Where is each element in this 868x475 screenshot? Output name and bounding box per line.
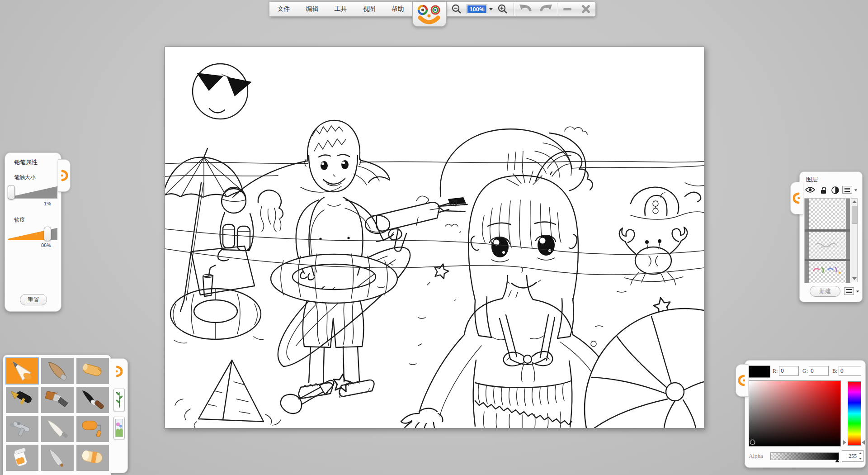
layer-menu-button[interactable]	[842, 186, 852, 194]
sand-pyramid-drawing	[175, 360, 281, 428]
hue-marker-right-icon[interactable]	[862, 440, 865, 445]
close-button[interactable]	[577, 2, 595, 16]
softness-value: 86%	[41, 242, 51, 248]
picture-thumbnail-icon	[115, 419, 123, 437]
menu-help[interactable]: 帮助	[383, 2, 412, 16]
minimize-button[interactable]	[559, 2, 576, 16]
spin-up-icon[interactable]	[859, 452, 862, 454]
panel-handle-icon	[60, 169, 68, 182]
zoom-level-combo[interactable]: 100%	[467, 2, 493, 16]
brush-toolbox-panel	[3, 355, 111, 475]
hue-bar[interactable]	[848, 381, 861, 446]
clown-logo-icon[interactable]	[413, 3, 445, 26]
menu-tools[interactable]: 工具	[326, 2, 355, 16]
brush-size-handle[interactable]	[8, 185, 15, 200]
redo-button[interactable]	[536, 2, 556, 16]
tool-airbrush[interactable]	[6, 416, 38, 442]
layer-visibility-button[interactable]	[805, 186, 815, 195]
pencil-tool-icon	[8, 360, 37, 382]
plant-sketch-icon	[116, 391, 123, 409]
b-label: B:	[832, 368, 837, 375]
tool-paint-jar[interactable]	[6, 445, 38, 471]
reset-button[interactable]: 重置	[20, 294, 47, 305]
layers-bottom-menu-caret-icon[interactable]	[856, 291, 859, 293]
panel-handle-icon	[115, 365, 123, 378]
brush-size-slider[interactable]	[8, 185, 57, 199]
layers-panel-title: 图层	[806, 176, 818, 184]
alpha-spinner[interactable]	[842, 450, 863, 462]
airbrush-tool-icon	[8, 418, 37, 440]
tool-grid	[6, 358, 109, 471]
scrollbar-thumb[interactable]	[852, 206, 858, 224]
clown-left-eye	[419, 6, 427, 14]
alpha-slider[interactable]	[770, 452, 839, 460]
drawing-canvas[interactable]	[165, 47, 704, 428]
pencil-panel-grip[interactable]	[58, 159, 71, 192]
alpha-label: Alpha	[749, 452, 763, 460]
tool-blade[interactable]	[41, 445, 74, 471]
layer-scrollbar[interactable]	[851, 198, 858, 282]
hue-marker-left-icon[interactable]	[843, 440, 846, 445]
alpha-spin-buttons[interactable]	[857, 451, 863, 461]
alpha-marker-icon[interactable]	[835, 459, 840, 462]
layer2-sketch-preview	[809, 232, 846, 259]
tool-ink-brush[interactable]	[76, 387, 109, 413]
b-input[interactable]	[839, 366, 861, 376]
saturation-value-square[interactable]	[749, 380, 841, 446]
zoom-in-button[interactable]	[494, 2, 512, 16]
undo-button[interactable]	[515, 2, 535, 16]
toolbox-grip[interactable]	[113, 362, 124, 380]
panel-handle-icon	[738, 374, 746, 387]
color-panel-grip[interactable]	[736, 364, 748, 397]
eye-icon	[805, 186, 815, 193]
tool-pen[interactable]	[6, 387, 38, 413]
tool-palette-knife[interactable]	[41, 416, 74, 442]
layer-blend-button[interactable]	[831, 186, 839, 196]
girl-drawing	[401, 152, 614, 428]
r-label: R:	[773, 368, 778, 375]
layer-list	[804, 198, 850, 283]
tool-charcoal[interactable]	[41, 358, 74, 384]
sea-waves-drawing	[165, 127, 704, 197]
menu-edit[interactable]: 编辑	[298, 2, 327, 16]
layer-menu-caret-icon[interactable]	[854, 190, 857, 191]
menu-view[interactable]: 视图	[355, 2, 384, 16]
layers-panel-grip[interactable]	[790, 182, 803, 214]
brush-size-track[interactable]	[8, 185, 57, 199]
tool-crayon[interactable]	[76, 358, 109, 384]
picture-preview-button[interactable]	[113, 417, 125, 439]
current-color-swatch[interactable]	[749, 366, 770, 378]
softness-slider[interactable]	[8, 226, 57, 241]
plant-preview-button[interactable]	[113, 389, 125, 411]
menu-file[interactable]: 文件	[269, 2, 298, 16]
layer-row-1[interactable]	[809, 199, 846, 229]
softness-handle[interactable]	[44, 227, 51, 241]
scroll-down-icon[interactable]	[852, 277, 857, 280]
zoom-in-icon	[497, 4, 508, 14]
scroll-up-icon[interactable]	[852, 200, 857, 203]
layer-row-3[interactable]	[809, 261, 846, 283]
layers-panel: 图层	[799, 171, 863, 302]
unlock-icon	[820, 186, 827, 194]
zoom-out-button[interactable]	[448, 2, 466, 16]
sv-selector-icon[interactable]	[750, 440, 755, 445]
layers-bottom-menu-button[interactable]	[844, 287, 854, 295]
tool-flat-brush[interactable]	[41, 387, 74, 413]
zoom-dropdown-caret-icon[interactable]	[489, 8, 493, 10]
layer-row-2[interactable]	[809, 232, 846, 259]
layer-frame-left	[805, 199, 809, 283]
alpha-input[interactable]	[843, 451, 858, 461]
layer-lock-button[interactable]	[820, 186, 827, 196]
g-input[interactable]	[809, 366, 829, 376]
pen-tool-icon	[8, 389, 37, 411]
palette-knife-tool-icon	[43, 418, 72, 440]
tool-eraser[interactable]	[76, 445, 109, 471]
r-input[interactable]	[779, 366, 799, 376]
new-layer-button[interactable]: 新建	[810, 286, 840, 297]
flat-brush-tool-icon	[43, 389, 72, 411]
tool-pencil[interactable]	[6, 358, 38, 384]
tool-roller[interactable]	[76, 416, 109, 442]
g-label: G:	[802, 368, 808, 375]
spin-down-icon[interactable]	[859, 458, 862, 460]
softness-label: 软度	[14, 216, 25, 224]
